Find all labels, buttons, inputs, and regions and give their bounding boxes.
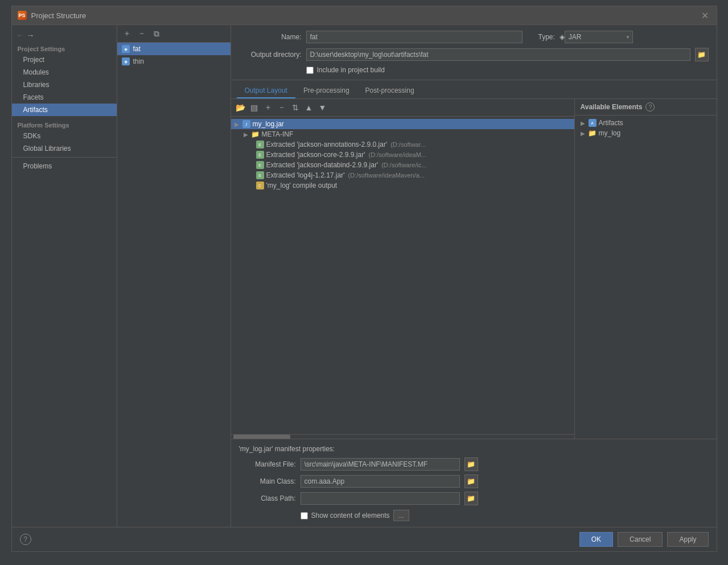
sidebar-item-global-libraries[interactable]: Global Libraries [12,142,117,155]
footer: ? OK Cancel Apply [12,527,717,551]
tab-output-layout[interactable]: Output Layout [237,84,295,98]
remove-button[interactable]: － [275,101,288,114]
tree-subtext-jackson-databind: (D:/software/ic... [381,162,426,168]
move-down-button[interactable]: ▼ [316,101,329,114]
jar-icon-thin: ◈ [122,57,130,65]
type-select[interactable]: JAR [565,31,633,43]
tree-subtext-jackson-annotations: (D:/softwar... [390,141,426,148]
avail-item-artifacts[interactable]: ▶ A Artifacts [575,118,717,128]
artifact-item-fat[interactable]: ◈ fat [117,43,231,55]
extract-icon-jackson-annotations: E [256,141,264,149]
sidebar-item-sdks[interactable]: SDKs [12,130,117,142]
output-dir-row: Output directory: 📁 [239,48,709,61]
include-project-build-label: Include in project build [317,66,385,74]
remove-artifact-button[interactable]: － [135,27,148,40]
tab-pre-processing[interactable]: Pre-processing [295,84,357,98]
tree-label-jackson-databind: Extracted 'jackson-databind-2.9.9.jar' [266,161,379,169]
move-up-button[interactable]: ▲ [303,101,315,114]
sidebar: ← → Project Settings Project Modules Lib… [12,25,117,527]
artifact-item-thin[interactable]: ◈ thin [117,55,231,68]
close-button[interactable]: ✕ [700,10,711,21]
ok-button[interactable]: OK [579,532,613,547]
apply-button[interactable]: Apply [667,532,708,547]
tree-subtext-jackson-core: (D:/software/ideaM... [369,151,426,158]
available-elements-title: Available Elements [581,103,643,111]
name-input[interactable] [306,31,523,43]
project-settings-label: Project Settings [12,43,117,53]
class-path-browse-button[interactable]: 📁 [464,492,478,505]
output-tree: ▶ J my_log.jar ▶ 📁 META-INF [231,117,574,434]
include-project-build-checkbox[interactable] [306,67,314,74]
sort-button[interactable]: ⇅ [289,101,302,114]
sidebar-item-artifacts[interactable]: Artifacts [12,104,117,116]
main-class-browse-button[interactable]: 📁 [464,475,478,488]
artifact-item-fat-label: fat [133,45,141,53]
tree-label-jackson-core: Extracted 'jackson-core-2.9.9.jar' [266,151,365,159]
tree-item-jackson-core[interactable]: E Extracted 'jackson-core-2.9.9.jar' (D:… [231,150,574,160]
show-content-checkbox[interactable] [301,512,308,519]
output-toolbar: 📂 ▤ ＋ － ⇅ ▲ ▼ [231,99,574,117]
add-element-button[interactable]: ▤ [248,101,261,114]
cancel-button[interactable]: Cancel [618,532,663,547]
jar-icon-my-log-jar: J [242,120,250,128]
avail-icon-my-log: 📁 [589,129,597,137]
compile-icon-my-log: C [256,182,264,189]
avail-icon-artifacts: A [589,119,597,127]
artifact-item-thin-label: thin [133,57,144,65]
class-path-row: Class Path: 📁 [239,492,709,505]
tree-label-compile-output: 'my_log' compile output [266,182,338,189]
tab-post-processing[interactable]: Post-processing [357,84,422,98]
class-path-input[interactable] [301,492,460,505]
nav-forward-button[interactable]: → [27,31,35,40]
main-class-label: Main Class: [239,477,296,485]
tree-item-jackson-annotations[interactable]: E Extracted 'jackson-annotations-2.9.0.j… [231,139,574,150]
show-artifact-output-button[interactable]: 📂 [235,101,247,114]
nav-back-button[interactable]: ← [17,31,24,40]
available-elements-tree: ▶ A Artifacts ▶ 📁 my_log [575,116,717,439]
type-label: Type: [538,33,555,41]
main-class-input[interactable] [301,475,460,488]
sidebar-item-project[interactable]: Project [12,53,117,66]
help-button[interactable]: ? [20,534,31,545]
tree-item-compile-output[interactable]: C 'my_log' compile output [231,180,574,191]
title-bar: PS Project Structure ✕ [12,6,717,25]
main-content: Name: Type: ◈ JAR [231,25,717,527]
add-button[interactable]: ＋ [262,101,274,114]
tree-item-log4j[interactable]: E Extracted 'log4j-1.2.17.jar' (D:/softw… [231,170,574,180]
tree-item-my-log-jar[interactable]: ▶ J my_log.jar [231,119,574,129]
available-elements-help[interactable]: ? [645,102,655,112]
manifest-file-browse-button[interactable]: 📁 [464,457,478,471]
show-content-ellipsis-button[interactable]: ... [393,510,409,521]
avail-label-artifacts: Artifacts [599,119,623,127]
sidebar-item-problems[interactable]: Problems [12,160,117,172]
add-artifact-button[interactable]: ＋ [121,27,133,40]
sidebar-item-facets[interactable]: Facets [12,91,117,104]
tree-label-my-log-jar: my_log.jar [253,120,284,128]
manifest-file-label: Manifest File: [239,460,296,468]
dialog-title: Project Structure [31,11,87,20]
tree-item-jackson-databind[interactable]: E Extracted 'jackson-databind-2.9.9.jar'… [231,160,574,170]
main-class-row: Main Class: 📁 [239,475,709,488]
tree-item-meta-inf[interactable]: ▶ 📁 META-INF [231,129,574,139]
avail-arrow-my-log: ▶ [579,130,586,137]
app-icon: PS [18,11,27,20]
sidebar-item-libraries[interactable]: Libraries [12,79,117,91]
extract-icon-jackson-core: E [256,151,264,159]
sidebar-item-modules[interactable]: Modules [12,66,117,79]
output-dir-input[interactable] [306,48,690,61]
manifest-title: 'my_log.jar' manifest properties: [239,445,709,453]
available-elements-panel: Available Elements ? ▶ A Artifacts ▶ [574,99,717,439]
avail-item-my-log[interactable]: ▶ 📁 my_log [575,128,717,138]
manifest-file-input[interactable] [301,458,460,471]
copy-artifact-button[interactable]: ⧉ [150,27,163,40]
show-content-row: Show content of elements ... [301,510,709,521]
output-tree-panel: 📂 ▤ ＋ － ⇅ ▲ ▼ ▶ J my_log.jar [231,99,574,439]
tree-arrow-my-log-jar: ▶ [233,121,240,127]
tree-label-meta-inf: META-INF [262,130,294,138]
extract-icon-log4j: E [256,171,264,179]
output-tree-scrollbar[interactable] [231,434,574,439]
avail-arrow-artifacts: ▶ [579,120,586,126]
output-dir-browse-button[interactable]: 📁 [695,48,709,61]
include-checkbox-row: Include in project build [306,66,709,74]
jar-icon: ◈ [122,45,130,53]
